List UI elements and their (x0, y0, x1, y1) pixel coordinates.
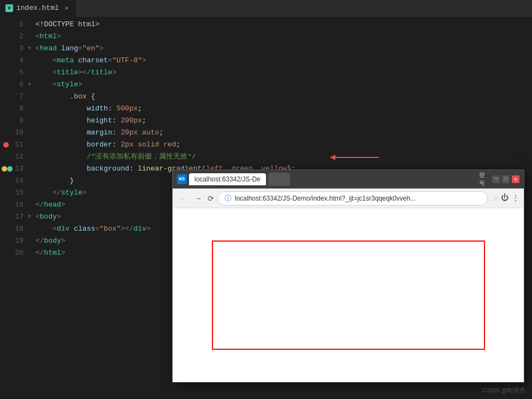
code-token: head (44, 201, 61, 209)
browser-window-controls: 登号 ─ □ ✕ (479, 175, 519, 183)
refresh-button[interactable]: ⟳ (208, 194, 214, 203)
code-line-2: <html> (30, 31, 532, 43)
code-token: < (36, 80, 57, 89)
editor-tab[interactable]: W index.html ✕ (0, 0, 77, 16)
code-token: style (57, 80, 78, 89)
line-number-6: ▼6 (0, 79, 30, 91)
code-token: height (87, 116, 113, 125)
line-number-5: 5 (0, 67, 30, 79)
minimize-button[interactable]: ─ (492, 175, 500, 183)
code-token: .box (69, 92, 86, 101)
code-token: body (40, 213, 57, 221)
line-number-16: 16 (0, 199, 30, 211)
browser-titlebar: WS localhost:63342/JS-De 登号 ─ □ ✕ (173, 170, 524, 189)
line-number-17: ▼17 (0, 211, 30, 223)
code-token (36, 140, 87, 149)
line-number-12: 12 (0, 151, 30, 163)
code-token (36, 128, 87, 137)
code-line-8: width: 500px; (30, 103, 532, 115)
url-text: localhost:63342/JS-Demo/index.html?_ijt=… (235, 195, 416, 202)
code-line-7: .box { (30, 91, 532, 103)
code-token: < (36, 32, 40, 40)
code-token: class (74, 225, 95, 233)
line-number-8: 8 (0, 103, 30, 115)
code-token: charset (78, 56, 108, 64)
back-button[interactable]: ← (177, 193, 189, 204)
code-token: = (78, 44, 82, 52)
line-number-3: ▼3 (0, 43, 30, 55)
browser-window: WS localhost:63342/JS-De 登号 ─ □ ✕ ← → ⟳ … (172, 169, 524, 383)
code-token: ; (176, 140, 180, 149)
code-token: = (95, 225, 99, 233)
code-token: lang (61, 44, 78, 52)
browser-tab-inactive[interactable] (268, 173, 290, 186)
browser-tab-active[interactable]: localhost:63342/JS-De (189, 173, 266, 185)
code-token (36, 116, 87, 125)
maximize-button[interactable]: □ (502, 175, 510, 183)
code-token (57, 44, 61, 52)
line-number-gutter: 12▼345▼678910111213141516▼17181920 (0, 16, 30, 399)
code-token: html (44, 249, 61, 257)
code-token: > (57, 32, 61, 40)
code-token: 200px (121, 116, 142, 125)
line-number-15: 15 (0, 187, 30, 199)
demo-box (212, 240, 485, 350)
line-number-2: 2 (0, 31, 30, 43)
code-token: > (61, 201, 66, 209)
code-token: <!DOCTYPE html> (36, 20, 99, 28)
browser-content (173, 208, 524, 382)
code-token: border (87, 140, 113, 149)
line-number-9: 9 (0, 115, 30, 127)
code-token: ></ (121, 225, 133, 233)
red-arrow (330, 155, 379, 160)
code-token: margin (87, 128, 113, 137)
line-number-20: 20 (0, 247, 30, 259)
code-token: ></ (78, 68, 91, 77)
code-line-1: <!DOCTYPE html> (30, 19, 532, 31)
browser-app-icon: WS (177, 174, 187, 184)
forward-button[interactable]: → (192, 193, 204, 204)
code-token: : (112, 128, 121, 137)
code-token: meta (57, 56, 74, 64)
code-token: > (146, 225, 151, 233)
code-token: "box" (99, 225, 121, 233)
tab-bar: W index.html ✕ (0, 0, 532, 16)
menu-icon[interactable]: ⋮ (512, 193, 519, 203)
code-line-4: <meta charset="UTF-8"> (30, 55, 532, 67)
code-line-5: <title></title> (30, 67, 532, 79)
info-icon: ⓘ (224, 193, 232, 203)
line-number-4: 4 (0, 55, 30, 67)
code-token: : (112, 140, 121, 149)
tab-close-button[interactable]: ✕ (62, 4, 71, 13)
power-icon[interactable]: ⏻ (501, 193, 509, 203)
address-bar[interactable]: ⓘ localhost:63342/JS-Demo/index.html?_ij… (217, 191, 488, 206)
browser-toolbar-icons: ⏻ ⋮ (501, 193, 519, 203)
tab-filename: index.html (16, 4, 59, 12)
browser-toolbar: ← → ⟳ ⓘ localhost:63342/JS-Demo/index.ht… (173, 189, 524, 208)
line-number-1: 1 (0, 19, 30, 31)
code-line-3: <head lang="en"> (30, 43, 532, 55)
code-token: ; (138, 104, 142, 113)
code-token (36, 165, 87, 173)
close-browser-button[interactable]: ✕ (512, 175, 519, 183)
code-line-9: height: 200px; (30, 115, 532, 127)
code-token: < (36, 44, 40, 52)
bookmark-icon[interactable]: ☆ (493, 193, 498, 203)
code-token: </ (36, 249, 44, 257)
watermark: CSDN @时雨丹 (483, 386, 525, 395)
code-token: width (87, 104, 108, 113)
code-token: title (91, 68, 112, 77)
code-token: < (36, 213, 40, 221)
code-token: html (40, 32, 57, 40)
line-number-7: 7 (0, 91, 30, 103)
line-number-13: 13 (0, 163, 30, 175)
code-token (36, 92, 69, 101)
code-line-11: border: 2px solid red; (30, 139, 532, 151)
code-token: </ (36, 201, 44, 209)
line-number-10: 10 (0, 127, 30, 139)
code-token: </ (36, 237, 44, 245)
code-token: > (82, 189, 87, 197)
line-number-19: 19 (0, 235, 30, 247)
code-token: head (40, 44, 57, 52)
code-token: > (112, 68, 116, 77)
